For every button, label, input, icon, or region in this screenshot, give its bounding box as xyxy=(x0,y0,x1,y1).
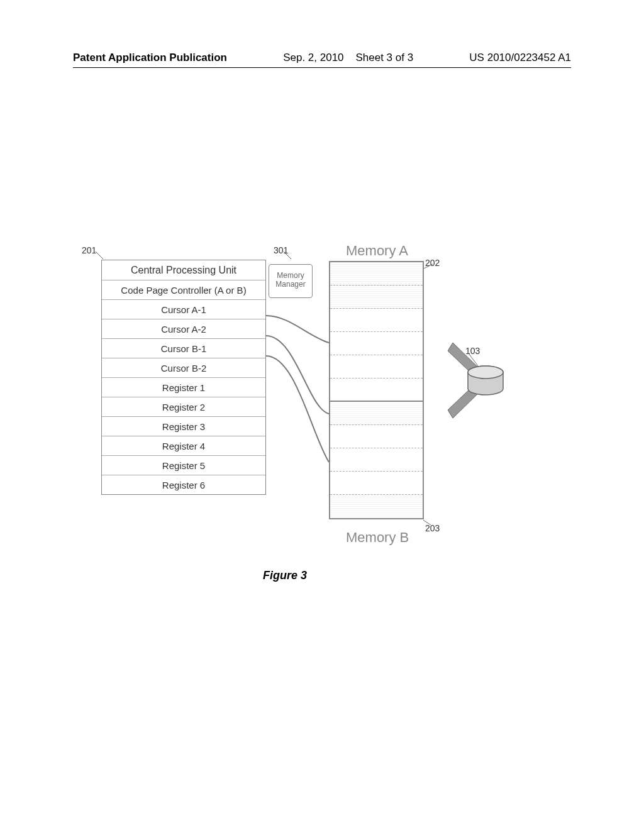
cpu-row: Register 4 xyxy=(102,436,265,456)
memory-cell xyxy=(330,332,423,355)
memory-manager-box: Memory Manager xyxy=(269,264,313,298)
svg-point-3 xyxy=(468,366,503,379)
cpu-title: Central Processing Unit xyxy=(102,260,265,280)
cpu-row: Register 2 xyxy=(102,397,265,417)
ref-301: 301 xyxy=(274,245,288,255)
cpu-row: Register 1 xyxy=(102,378,265,397)
cpu-row: Cursor B-1 xyxy=(102,339,265,358)
memory-cell xyxy=(330,425,423,448)
memory-cell xyxy=(330,402,423,425)
cpu-row: Register 5 xyxy=(102,456,265,475)
sheet-number: Sheet 3 of 3 xyxy=(355,52,413,64)
ref-201: 201 xyxy=(82,245,96,255)
memory-cell xyxy=(330,448,423,472)
memory-stack xyxy=(329,261,424,519)
figure-caption: Figure 3 xyxy=(263,569,307,582)
page-header: Patent Application Publication Sep. 2, 2… xyxy=(73,52,571,64)
cpu-row: Cursor A-2 xyxy=(102,319,265,339)
ref-203: 203 xyxy=(425,523,440,533)
publication-number: US 2010/0223452 A1 xyxy=(469,52,571,64)
header-center: Sep. 2, 2010 Sheet 3 of 3 xyxy=(283,52,413,64)
disk-icon xyxy=(467,368,511,394)
cpu-row: Register 3 xyxy=(102,417,265,436)
publication-label: Patent Application Publication xyxy=(73,52,227,64)
memory-cell xyxy=(330,379,423,402)
memory-cell xyxy=(330,355,423,379)
memory-cell xyxy=(330,262,423,285)
cpu-row: Cursor A-1 xyxy=(102,300,265,319)
cpu-table: Central Processing Unit Code Page Contro… xyxy=(101,260,266,495)
cpu-row: Code Page Controller (A or B) xyxy=(102,280,265,300)
mem-manager-l2: Manager xyxy=(275,280,305,289)
cpu-row: Register 6 xyxy=(102,475,265,494)
memory-cell xyxy=(330,309,423,332)
memory-cell xyxy=(330,285,423,309)
memory-cell xyxy=(330,472,423,495)
mem-manager-l1: Memory xyxy=(277,271,304,280)
cpu-row: Cursor B-2 xyxy=(102,358,265,378)
figure-diagram: 201 301 202 203 103 Central Processing U… xyxy=(82,245,566,553)
memory-cell xyxy=(330,495,423,518)
publication-date: Sep. 2, 2010 xyxy=(283,52,343,64)
ref-202: 202 xyxy=(425,258,440,268)
memory-b-title: Memory B xyxy=(346,529,409,546)
header-rule xyxy=(73,67,571,68)
memory-a-title: Memory A xyxy=(346,243,408,259)
